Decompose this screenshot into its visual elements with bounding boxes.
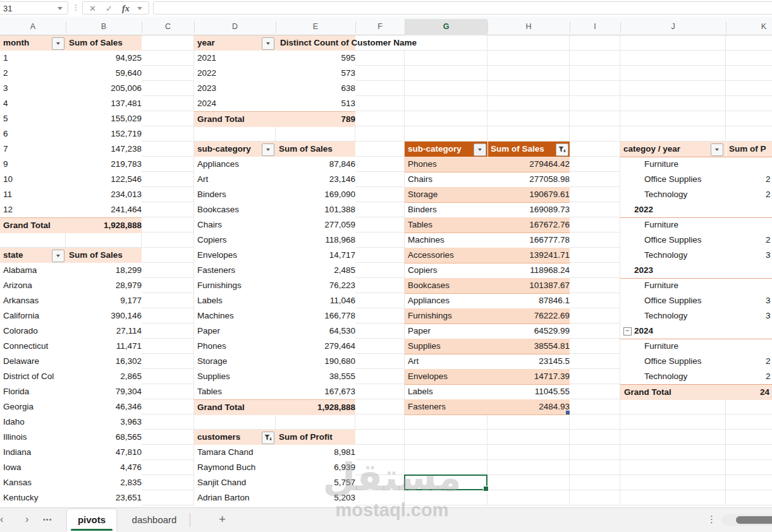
pivot-row-value[interactable]: 23,651 bbox=[66, 490, 142, 505]
pivot-row-value[interactable]: 169,090 bbox=[276, 187, 355, 202]
pivot-row-label[interactable]: Furniture bbox=[620, 157, 750, 172]
pivot-row-value[interactable]: 167,673 bbox=[276, 384, 355, 399]
pivot-row-value[interactable]: 190679.61 bbox=[487, 187, 570, 202]
pivot-row-label[interactable]: Envelopes bbox=[405, 369, 491, 384]
pivot-row-value[interactable]: 16,302 bbox=[66, 354, 142, 369]
pivot-row-label[interactable]: Phones bbox=[194, 339, 279, 354]
pivot-row-label[interactable]: Labels bbox=[405, 384, 491, 399]
pivot-value-field-label[interactable]: Sum of Sales bbox=[66, 35, 142, 51]
pivot-row-label[interactable]: Storage bbox=[194, 354, 279, 369]
pivot-row-label[interactable]: 4 bbox=[0, 96, 69, 111]
pivot-row-value[interactable]: 155,029 bbox=[66, 111, 142, 126]
pivot-row-value[interactable]: 18,299 bbox=[66, 263, 142, 278]
pivot-row-value[interactable]: 2,485 bbox=[276, 263, 355, 278]
pivot-row-value[interactable]: 3 bbox=[766, 248, 772, 263]
pivot-row-label[interactable]: Office Supplies bbox=[620, 354, 750, 369]
pivot-row-value[interactable]: 6,939 bbox=[276, 460, 355, 475]
pivot-row-label[interactable]: 2021 bbox=[194, 51, 279, 66]
pivot-row-label[interactable]: 11 bbox=[0, 187, 69, 202]
name-box[interactable]: 31 bbox=[0, 1, 68, 15]
pivot-row-value[interactable]: 279464.42 bbox=[487, 157, 570, 172]
pivot-value-field-label[interactable]: Sum of Sales bbox=[66, 248, 142, 263]
filter-dropdown-icon[interactable] bbox=[262, 37, 274, 50]
pivot-row-value[interactable]: 219,783 bbox=[66, 157, 142, 172]
pivot-row-value[interactable]: 68,565 bbox=[66, 430, 142, 445]
pivot-row-label[interactable]: Furnishings bbox=[194, 278, 279, 293]
pivot-row-label[interactable]: 2022 bbox=[620, 202, 740, 217]
pivot-row-label[interactable]: Accessories bbox=[405, 248, 491, 263]
pivot-value-field-label[interactable]: Distinct Count of Customer Name bbox=[280, 35, 457, 51]
pivot-row-label[interactable]: Envelopes bbox=[194, 248, 279, 263]
pivot-row-value[interactable]: 152,719 bbox=[66, 126, 142, 142]
pivot-row-value[interactable]: 277058.98 bbox=[487, 172, 570, 187]
pivot-row-label[interactable]: Raymond Buch bbox=[194, 460, 279, 475]
pivot-row-value[interactable]: 390,146 bbox=[66, 308, 142, 323]
pivot-row-label[interactable]: Delaware bbox=[0, 354, 69, 369]
pivot-row-value[interactable]: 2,835 bbox=[66, 475, 142, 490]
pivot-row-label[interactable]: Appliances bbox=[405, 293, 491, 308]
pivot-row-label[interactable]: Arkansas bbox=[0, 293, 69, 308]
column-header-C[interactable]: C bbox=[142, 19, 194, 35]
pivot-row-value[interactable]: 3 bbox=[766, 308, 772, 323]
pivot-row-value[interactable]: 64529.99 bbox=[487, 323, 570, 339]
pivot-row-label[interactable]: Machines bbox=[194, 308, 279, 323]
fill-handle[interactable] bbox=[483, 486, 489, 492]
pivot-row-label[interactable]: Iowa bbox=[0, 460, 69, 475]
pivot-row-label[interactable]: Tables bbox=[405, 217, 491, 233]
pivot-row-value[interactable]: 573 bbox=[276, 66, 355, 81]
pivot-row-label[interactable]: Florida bbox=[0, 384, 69, 399]
enter-icon[interactable]: ✓ bbox=[106, 3, 113, 15]
name-box-chevron-icon[interactable] bbox=[58, 7, 63, 10]
filter-dropdown-icon[interactable] bbox=[474, 143, 486, 156]
pivot-row-label[interactable]: Illinois bbox=[0, 430, 69, 445]
pivot-row-label[interactable]: District of Col bbox=[0, 369, 69, 384]
fx-icon[interactable]: fx bbox=[122, 3, 130, 15]
pivot-row-label[interactable]: Supplies bbox=[405, 339, 491, 354]
pivot-row-label[interactable]: Office Supplies bbox=[620, 233, 750, 248]
pivot-row-value[interactable]: 2484.93 bbox=[487, 399, 570, 414]
grand-total-label[interactable]: Grand Total bbox=[194, 400, 279, 415]
pivot-row-label[interactable]: Bookcases bbox=[405, 278, 491, 293]
pivot-row-label[interactable]: Indiana bbox=[0, 445, 69, 460]
pivot-row-value[interactable]: 5,203 bbox=[276, 490, 355, 505]
sheet-grid[interactable]: monthSum of Sales194,925259,6403205,0064… bbox=[0, 35, 772, 505]
pivot-row-value[interactable]: 79,304 bbox=[66, 384, 142, 399]
grand-total-value[interactable]: 1,928,888 bbox=[276, 400, 355, 415]
pivot-row-label[interactable]: 3 bbox=[0, 81, 69, 96]
pivot-row-value[interactable]: 169089.73 bbox=[487, 202, 570, 217]
pivot-row-value[interactable]: 241,464 bbox=[66, 202, 142, 217]
pivot-row-label[interactable]: 2022 bbox=[194, 66, 279, 81]
pivot-row-value[interactable]: 28,979 bbox=[66, 278, 142, 293]
pivot-row-label[interactable]: Colorado bbox=[0, 323, 69, 339]
column-header-G[interactable]: G bbox=[405, 19, 487, 37]
pivot-row-label[interactable]: Sanjit Chand bbox=[194, 475, 279, 490]
pivot-row-value[interactable]: 279,464 bbox=[276, 339, 355, 354]
pivot-row-label[interactable]: Phones bbox=[405, 157, 491, 172]
pivot-row-value[interactable]: 47,810 bbox=[66, 445, 142, 460]
pivot-row-value[interactable]: 14717.39 bbox=[487, 369, 570, 384]
pivot-value-field-label[interactable]: Sum of Sales bbox=[276, 142, 355, 157]
pivot-row-label[interactable]: 9 bbox=[0, 157, 69, 172]
selected-cell[interactable] bbox=[404, 475, 487, 490]
pivot-row-label[interactable]: 6 bbox=[0, 126, 69, 142]
grand-total-value[interactable]: 789 bbox=[276, 112, 355, 127]
filter-dropdown-icon[interactable] bbox=[52, 250, 64, 262]
pivot-row-value[interactable]: 3 bbox=[766, 293, 772, 308]
pivot-row-value[interactable]: 205,006 bbox=[66, 81, 142, 96]
pivot-row-label[interactable]: 2023 bbox=[620, 263, 740, 278]
pivot-row-value[interactable]: 2 bbox=[766, 187, 772, 202]
collapse-minus-icon[interactable]: − bbox=[623, 327, 632, 336]
column-header-H[interactable]: H bbox=[487, 19, 570, 35]
pivot-row-label[interactable]: Georgia bbox=[0, 399, 69, 414]
pivot-row-label[interactable]: Technology bbox=[620, 187, 750, 202]
pivot-row-label[interactable]: Kansas bbox=[0, 475, 69, 490]
pivot-row-label[interactable]: Chairs bbox=[405, 172, 491, 187]
tab-back-icon[interactable]: ‹ bbox=[0, 514, 3, 525]
pivot-row-value[interactable]: 2 bbox=[766, 354, 772, 369]
pivot-row-label[interactable]: Furnishings bbox=[405, 308, 491, 323]
pivot-row-value[interactable]: 101387.67 bbox=[487, 278, 570, 293]
pivot-row-value[interactable]: 46,346 bbox=[66, 399, 142, 414]
pivot-row-value[interactable]: 2,865 bbox=[66, 369, 142, 384]
sheet-tab-dashboard[interactable]: dashboard bbox=[124, 508, 185, 532]
pivot-row-value[interactable]: 23,146 bbox=[276, 172, 355, 187]
